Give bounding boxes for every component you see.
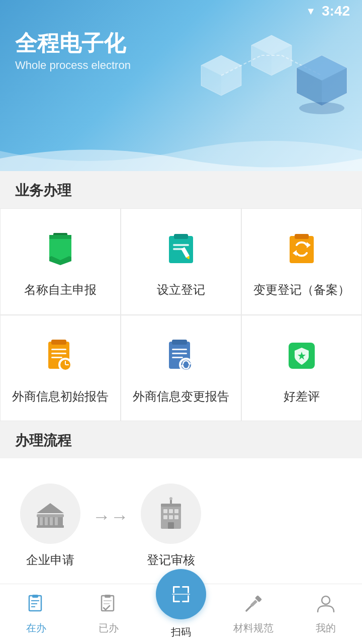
svg-rect-63 — [174, 515, 178, 519]
svg-rect-52 — [50, 517, 53, 525]
svg-rect-37 — [65, 364, 69, 365]
nav-scan-label: 扫码 — [171, 625, 191, 639]
foreign-change-label: 外商信息变更报告 — [133, 388, 229, 405]
materials-icon — [243, 594, 263, 618]
hero-section: ▼ 3:42 全程电子化 Whole process electron — [0, 0, 362, 171]
nav-item-done[interactable]: 已办 — [72, 584, 145, 644]
blocks-decoration — [191, 25, 352, 136]
svg-rect-41 — [172, 353, 187, 354]
svg-rect-42 — [172, 357, 183, 358]
business-item-foreign-change[interactable]: 外商信息变更报告 — [121, 315, 241, 422]
svg-rect-26 — [295, 234, 309, 239]
business-item-rating[interactable]: 好差评 — [241, 315, 362, 422]
svg-rect-73 — [105, 595, 111, 598]
svg-rect-64 — [168, 522, 174, 529]
svg-rect-81 — [173, 595, 174, 602]
svg-rect-31 — [51, 349, 66, 350]
nav-mine-label: 我的 — [316, 621, 336, 635]
svg-rect-39 — [172, 340, 187, 345]
bookmark-icon — [38, 227, 82, 271]
company-apply-label: 企业申请 — [26, 552, 74, 568]
company-apply-circle — [20, 484, 80, 544]
svg-rect-21 — [173, 244, 189, 246]
svg-rect-40 — [172, 349, 187, 350]
svg-rect-32 — [51, 353, 66, 354]
business-section-label: 业务办理 — [15, 183, 71, 198]
svg-rect-49 — [37, 514, 64, 517]
foreign-initial-label: 外商信息初始报告 — [12, 388, 109, 405]
nav-item-in-progress[interactable]: 在办 — [0, 584, 72, 644]
name-report-label: 名称自主申报 — [24, 281, 97, 298]
hero-main-title: 全程电子化 — [15, 30, 131, 57]
status-bar: ▼ 3:42 — [0, 0, 362, 22]
nav-item-scan[interactable]: 扫码 — [145, 584, 217, 644]
svg-rect-58 — [163, 509, 167, 513]
change-register-label: 变更登记（备案） — [253, 281, 350, 298]
process-arrow: →→ — [93, 506, 129, 527]
report-icon — [38, 334, 82, 378]
nav-done-label: 已办 — [99, 621, 119, 635]
hero-sub-title: Whole process electron — [15, 59, 131, 72]
wifi-icon: ▼ — [306, 6, 316, 17]
status-time: 3:42 — [322, 3, 350, 19]
svg-rect-53 — [55, 517, 58, 525]
svg-rect-50 — [40, 517, 43, 525]
nav-in-progress-label: 在办 — [26, 621, 46, 635]
svg-rect-55 — [37, 525, 64, 528]
in-progress-icon — [26, 594, 46, 618]
register-review-label: 登记审核 — [147, 552, 195, 568]
nav-materials-label: 材料规范 — [233, 621, 274, 635]
svg-rect-61 — [163, 515, 167, 519]
svg-rect-62 — [169, 515, 173, 519]
process-step-review[interactable]: 登记审核 — [141, 484, 201, 568]
process-section-header: 办理流程 — [0, 421, 362, 458]
business-item-foreign-initial[interactable]: 外商信息初始报告 — [0, 315, 121, 422]
report2-icon — [159, 334, 203, 378]
svg-rect-59 — [169, 509, 173, 513]
svg-rect-87 — [250, 599, 257, 606]
svg-rect-33 — [51, 357, 62, 358]
svg-point-66 — [169, 497, 172, 500]
svg-marker-54 — [37, 503, 64, 513]
rating-icon — [280, 334, 324, 378]
svg-rect-68 — [32, 595, 38, 598]
refresh-clipboard-icon — [280, 227, 324, 271]
business-item-name-report[interactable]: 名称自主申报 — [0, 208, 121, 315]
edit-clipboard-icon — [159, 227, 203, 271]
business-item-setup-register[interactable]: 设立登记 — [121, 208, 241, 315]
svg-rect-84 — [172, 594, 190, 595]
svg-point-88 — [322, 596, 330, 604]
hero-title-block: 全程电子化 Whole process electron — [15, 30, 131, 72]
svg-rect-36 — [65, 361, 66, 365]
nav-item-materials[interactable]: 材料规范 — [217, 584, 290, 644]
process-step-company[interactable]: 企业申请 — [20, 484, 80, 568]
svg-rect-51 — [45, 517, 48, 525]
svg-rect-30 — [51, 340, 66, 345]
business-item-change-register[interactable]: 变更登记（备案） — [241, 208, 362, 315]
svg-rect-25 — [290, 236, 314, 263]
nav-item-mine[interactable]: 我的 — [290, 584, 362, 644]
scan-circle — [156, 569, 206, 619]
svg-rect-79 — [188, 586, 189, 593]
svg-rect-77 — [173, 586, 174, 593]
process-flow: 企业申请 →→ — [20, 484, 342, 568]
register-review-circle — [141, 484, 201, 544]
business-section-header: 业务办理 — [0, 171, 362, 208]
svg-rect-83 — [188, 595, 189, 602]
rating-label: 好差评 — [284, 388, 320, 405]
svg-point-15 — [299, 102, 344, 114]
bottom-nav: 在办 已办 — [0, 584, 362, 644]
done-icon — [99, 594, 119, 618]
process-section-label: 办理流程 — [15, 433, 71, 448]
setup-register-label: 设立登记 — [157, 281, 205, 298]
mine-icon — [316, 594, 336, 618]
svg-rect-60 — [174, 509, 178, 513]
svg-rect-20 — [174, 234, 188, 239]
business-grid: 名称自主申报 设立登记 — [0, 208, 362, 421]
